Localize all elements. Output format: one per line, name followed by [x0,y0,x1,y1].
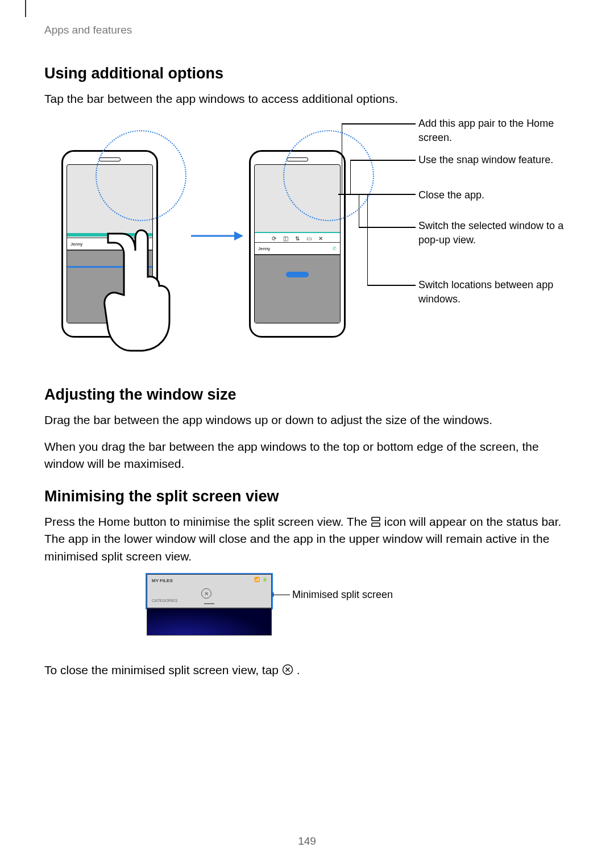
paragraph: Drag the bar between the app windows up … [44,412,570,429]
split-screen-icon [371,517,381,527]
callout-snap-window: Use the snap window feature. [418,153,553,167]
magnifier-left [96,130,186,221]
heading-using-additional-options: Using additional options [44,65,570,82]
heading-adjusting-window-size: Adjusting the window size [44,386,570,404]
mini-illustration: MY FILES CATEGORIES ✕ 📶 🔋 Minimised spli… [147,574,465,648]
mini-bottom-half [147,608,272,636]
wifi-icon: 📶 [254,577,260,582]
close-icon: ✕ [318,235,323,242]
lead-line [342,194,416,194]
page-number: 149 [0,835,614,848]
lead-tick [355,194,359,194]
breadcrumb: Apps and features [44,24,570,36]
callout-popup-view: Switch the selected window to a pop-up v… [418,219,572,247]
hand-pointer-icon [101,220,175,356]
lead-line [342,123,342,194]
magnifier-right [283,130,374,221]
lower-app-area [255,255,340,323]
mini-close-icon: ✕ [201,588,211,599]
phone-icon: ✆ [333,246,337,251]
mini-handle [204,603,214,604]
lead-line [367,194,368,285]
lead-line [350,160,416,160]
paragraph: Tap the bar between the app windows to a… [44,90,570,107]
lead-line [342,123,416,124]
lead-line [359,194,359,227]
page: Apps and features Using additional optio… [0,0,614,868]
text-fragment: To close the minimised split screen view… [44,663,282,676]
switch-icon: ⇅ [295,235,300,242]
paragraph: To close the minimised split screen view… [44,662,570,679]
text-fragment: . [297,663,300,676]
lead-tick [364,194,367,194]
mini-top-half: MY FILES CATEGORIES ✕ 📶 🔋 [147,574,272,608]
lead-line [367,285,416,285]
svg-rect-1 [372,523,380,526]
mini-app-title: MY FILES [152,578,173,583]
lead-line [350,160,351,194]
contact-name: Jenny [70,242,82,247]
mini-app-sub: CATEGORIES [152,599,177,603]
callout-add-pair: Add this app pair to the Home screen. [418,117,572,144]
heading-minimising-split: Minimising the split screen view [44,488,570,505]
text-fragment: Press the Home button to minimise the sp… [44,515,371,528]
split-handle [286,272,309,277]
svg-rect-0 [372,517,380,521]
figure-minimised-split: MY FILES CATEGORIES ✕ 📶 🔋 Minimised spli… [44,574,567,648]
appair-icon: ⟳ [272,235,276,242]
lead-line [273,595,290,595]
battery-icon: 🔋 [262,577,268,582]
callout-switch-loc: Switch locations between app windows. [418,278,572,306]
snap-icon: ◫ [283,235,288,242]
decorative-rule [25,0,26,17]
figure-split-options: Jenny ✆ ⟳ ◫ ⇅ ▭ [56,119,579,363]
mini-status-icons: 📶 🔋 [254,577,268,582]
paragraph: When you drag the bar between the app wi… [44,438,570,473]
contact-row: Jenny ✆ [255,242,340,255]
paragraph: Press the Home button to minimise the sp… [44,513,570,565]
popup-icon: ▭ [306,235,312,242]
lead-tick [347,194,350,194]
close-circle-icon [282,664,293,675]
callout-minimised: Minimised split screen [292,589,393,601]
callout-close-app: Close the app. [418,188,484,202]
contact-name: Jenny [258,246,270,251]
lead-tick [338,194,342,194]
